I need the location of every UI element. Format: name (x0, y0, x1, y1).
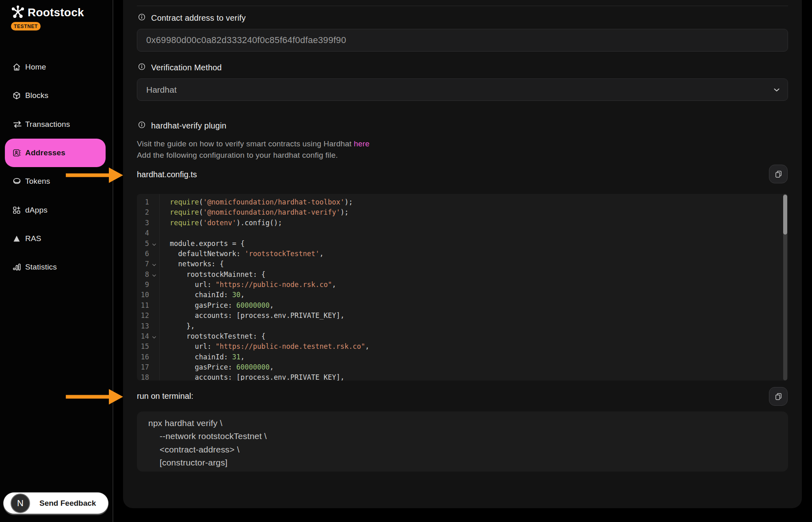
copy-terminal-button[interactable] (769, 387, 788, 406)
code-line: module.exports = { (170, 239, 369, 249)
sidebar-item-label: Home (25, 63, 46, 72)
sidebar-item-label: Blocks (25, 91, 48, 100)
line-number: 5 (137, 239, 149, 249)
sidebar-item-transactions[interactable]: Transactions (0, 110, 113, 139)
line-number: 9 (137, 280, 149, 290)
info-icon[interactable] (138, 63, 145, 72)
code-line: require('dotenv').config(); (170, 218, 369, 228)
terminal-command-line: npx hardhat verify \ (148, 417, 788, 430)
plugin-title-row: hardhat-verify plugin (138, 121, 226, 130)
line-number: 13 (137, 321, 149, 331)
annotation-arrow-config (65, 166, 124, 184)
line-number: 15 (137, 341, 149, 352)
fold-chevron-icon[interactable] (152, 272, 157, 278)
code-line: chainId: 31, (170, 352, 369, 362)
code-line: gasPrice: 60000000, (170, 362, 369, 372)
code-line: rootstockTestnet: { (170, 331, 369, 341)
main-panel: Contract address to verify 0x69980d00c0a… (123, 0, 802, 508)
contract-address-input[interactable]: 0x69980d00c0a82d333240f0c85f64f0dfae399f… (137, 29, 788, 52)
sidebar-item-home[interactable]: Home (0, 53, 113, 81)
code-line: gasPrice: 60000000, (170, 300, 369, 311)
sidebar-divider (113, 0, 113, 522)
code-line: url: "https://public-node.testnet.rsk.co… (170, 341, 369, 352)
terminal-label: run on terminal: (137, 392, 193, 401)
sidebar: Rootstock TESTNET HomeBlocksTransactions… (0, 0, 113, 522)
code-line: rootstockMainnet: { (170, 270, 369, 280)
code-scrollbar-thumb[interactable] (783, 195, 787, 235)
sidebar-item-blocks[interactable]: Blocks (0, 81, 113, 110)
testnet-badge: TESTNET (11, 22, 41, 30)
code-line: accounts: [process.env.PRIVATE_KEY], (170, 372, 369, 381)
line-number: 12 (137, 311, 149, 321)
code-lines: require('@nomicfoundation/hardhat-toolbo… (170, 197, 369, 381)
line-number: 11 (137, 300, 149, 311)
line-number: 10 (137, 290, 149, 300)
code-line (170, 228, 369, 238)
line-number: 17 (137, 362, 149, 372)
sidebar-item-dapps[interactable]: dApps (0, 196, 113, 224)
line-number: 4 (137, 228, 149, 238)
code-line: networks: { (170, 259, 369, 269)
code-line: }, (170, 321, 369, 331)
verification-method-label: Verification Method (151, 63, 222, 72)
sidebar-item-label: dApps (25, 206, 48, 215)
brand-name: Rootstock (28, 6, 84, 19)
feedback-label: Send Feedback (39, 499, 96, 508)
info-icon[interactable] (138, 121, 145, 130)
home-icon (12, 62, 23, 72)
transactions-icon (12, 120, 23, 129)
guide-link[interactable]: here (354, 139, 370, 148)
chevron-down-icon[interactable] (772, 85, 781, 94)
tokens-icon (12, 176, 23, 186)
line-number: 8 (137, 270, 149, 280)
sidebar-item-statistics[interactable]: Statistics (0, 253, 113, 281)
line-numbers: 123456789101112131415161718 (137, 197, 149, 381)
dapps-icon (12, 205, 23, 215)
blocks-icon (12, 91, 23, 100)
terminal-command-line: [constructor-args] (160, 456, 788, 469)
addresses-icon (12, 148, 23, 158)
gutter-separator (159, 194, 160, 381)
line-number: 2 (137, 207, 149, 218)
fold-chevron-icon[interactable] (152, 334, 157, 340)
sidebar-item-label: Statistics (25, 263, 57, 272)
sidebar-item-addresses[interactable]: Addresses (5, 139, 106, 167)
sidebar-item-label: Transactions (25, 120, 70, 129)
info-icon[interactable] (138, 13, 145, 23)
verification-method-select[interactable]: Hardhat (137, 78, 788, 101)
statistics-icon (12, 262, 23, 272)
rootstock-logo[interactable]: Rootstock (10, 4, 84, 21)
contract-address-label: Contract address to verify (151, 13, 246, 23)
rootstock-logo-icon (10, 4, 26, 21)
line-number: 16 (137, 352, 149, 362)
copy-config-button[interactable] (769, 165, 788, 183)
line-number: 7 (137, 259, 149, 269)
fold-chevron-icon[interactable] (152, 241, 157, 247)
sidebar-item-label: Addresses (25, 148, 65, 157)
plugin-title: hardhat-verify plugin (151, 121, 226, 130)
line-number: 14 (137, 331, 149, 341)
send-feedback-button[interactable]: N Send Feedback (3, 492, 108, 514)
line-number: 3 (137, 218, 149, 228)
code-line: accounts: [process.env.PRIVATE_KEY], (170, 311, 369, 321)
code-line: url: "https://public-node.rsk.co", (170, 280, 369, 290)
guide-text: Visit the guide on how to verify smart c… (137, 139, 354, 148)
terminal-command-block[interactable]: npx hardhat verify \--network rootstockT… (137, 411, 788, 472)
contract-address-value: 0x69980d00c0a82d333240f0c85f64f0dfae399f… (146, 35, 346, 46)
terminal-command-line: --network rootstockTestnet \ (160, 430, 788, 443)
verification-method-label-row: Verification Method (138, 63, 222, 72)
verification-method-value: Hardhat (146, 85, 177, 95)
ras-icon (12, 234, 23, 244)
sidebar-item-ras[interactable]: RAS (0, 224, 113, 253)
config-code-block[interactable]: 123456789101112131415161718 require('@no… (137, 194, 788, 381)
fold-chevron-icon[interactable] (152, 262, 157, 268)
line-number: 18 (137, 372, 149, 381)
config-note: Add the following configuration to your … (137, 151, 338, 159)
guide-paragraph: Visit the guide on how to verify smart c… (137, 138, 370, 161)
section-divider (137, 6, 788, 6)
code-line: require('@nomicfoundation/hardhat-toolbo… (170, 197, 369, 207)
config-file-label: hardhat.config.ts (137, 170, 197, 179)
code-line: defaultNetwork: 'rootstockTestnet', (170, 249, 369, 259)
code-line: chainId: 30, (170, 290, 369, 300)
code-line: require('@nomicfoundation/hardhat-verify… (170, 207, 369, 218)
